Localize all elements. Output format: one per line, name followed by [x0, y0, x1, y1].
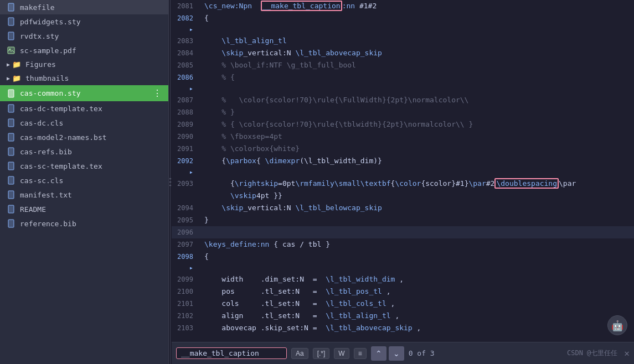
search-next-button[interactable]: ⌄ — [389, 346, 404, 361]
line-number: 2098 ▸ — [172, 251, 202, 273]
search-bar: Aa [.*] W ≡ ⌃ ⌄ 0 of 3 CSDN @七里任任 ✕ — [172, 342, 634, 364]
svg-rect-4 — [8, 32, 14, 40]
more-icon[interactable]: ⋮ — [153, 88, 162, 98]
line-content: \cs_new:Npn __make_tbl_caption:nn #1#2 — [202, 0, 634, 12]
line-number: 2099 — [172, 273, 202, 285]
sidebar-item-makefile[interactable]: makefile — [0, 0, 168, 14]
svg-rect-21 — [8, 176, 14, 184]
code-line-2086: 2086 ▸ % { — [172, 71, 634, 94]
image-icon — [7, 46, 16, 55]
sidebar-item-label: makefile — [20, 3, 162, 12]
line-content — [202, 226, 634, 238]
search-result-count: 0 of 3 — [409, 349, 436, 357]
line-content: width .dim_set:N = \l_tbl_width_dim , — [202, 273, 634, 285]
line-number: 2090 — [172, 131, 202, 142]
file-icon — [7, 219, 16, 228]
sidebar-item-thumbnails[interactable]: ▶ 📁 thumbnails — [0, 71, 168, 85]
svg-rect-9 — [8, 90, 14, 97]
line-number: 2091 — [172, 143, 202, 154]
file-icon — [7, 3, 16, 12]
svg-rect-0 — [8, 3, 14, 11]
search-highlight-caption: __make_tbl_caption — [261, 1, 342, 11]
sidebar-item-rvdtx[interactable]: rvdtx.sty — [0, 29, 168, 43]
sidebar-item-cas-model2-names[interactable]: cas-model2-names.bst — [0, 130, 168, 144]
line-number: 2088 — [172, 106, 202, 118]
svg-rect-11 — [8, 105, 14, 112]
search-regex-button[interactable]: [.*] — [313, 348, 330, 359]
search-input-wrapper — [176, 347, 287, 359]
folder-icon: 📁 — [12, 60, 21, 69]
line-content: % \fboxsep=4pt — [202, 131, 634, 143]
code-line-2083: 2083 \l_tbl_align_tl — [172, 35, 634, 47]
main-container: makefile pdfwidgets.sty rvdtx.sty sc-sam… — [0, 0, 634, 364]
line-number: 2085 — [172, 59, 202, 71]
sidebar-item-cas-sc[interactable]: cas-sc.cls — [0, 173, 168, 188]
line-content: \l_tbl_align_tl — [202, 35, 634, 47]
sidebar-item-label: rvdtx.sty — [20, 32, 162, 40]
code-line-2089: 2089 % { \color{scolor!70}\rule{\tblwidt… — [172, 118, 634, 131]
file-icon — [7, 162, 16, 170]
line-content: \keys_define:nn { cas / tbl } — [202, 238, 634, 251]
file-icon — [7, 147, 16, 156]
sidebar-item-cas-refs[interactable]: cas-refs.bib — [0, 144, 168, 159]
svg-rect-27 — [8, 220, 14, 227]
search-nav: ⌃ ⌄ — [371, 346, 404, 361]
code-line-2095: 2095 } — [172, 214, 634, 226]
sidebar-item-label: sc-sample.pdf — [20, 46, 162, 55]
search-case-sensitive-button[interactable]: Aa — [291, 348, 308, 359]
line-number: 2086 ▸ — [172, 71, 202, 94]
sidebar-item-label: cas-sc.cls — [20, 176, 162, 185]
code-line-2096: 2096 — [172, 226, 634, 238]
file-icon — [7, 89, 16, 98]
sidebar-item-label: cas-common.sty — [20, 89, 153, 97]
line-content: % \color{scolor!70}\rule{\FullWidth}{2pt… — [202, 94, 634, 106]
code-line-2091: 2091 % \colorbox{white} — [172, 143, 634, 155]
line-content: pos .tl_set:N = \l_tbl_pos_tl , — [202, 285, 634, 298]
code-line-2100: 2100 pos .tl_set:N = \l_tbl_pos_tl , — [172, 285, 634, 298]
file-icon — [7, 17, 16, 26]
code-line-2082: 2082 ▸ { — [172, 12, 634, 35]
file-icon — [7, 104, 16, 113]
sidebar-item-cas-common[interactable]: cas-common.sty ⋮ — [0, 85, 168, 101]
robot-button[interactable]: 🤖 — [607, 315, 627, 335]
sidebar-item-label: README — [20, 205, 162, 214]
file-icon — [7, 32, 16, 40]
line-content: % { \color{scolor!70}\rule{\tblwidth}{2p… — [202, 118, 634, 131]
sidebar-item-figures[interactable]: ▶ 📁 Figures — [0, 58, 168, 71]
chevron-right-icon: ▶ — [7, 61, 10, 67]
line-number: 2103 — [172, 322, 202, 334]
sidebar-item-pdfwidgets[interactable]: pdfwidgets.sty — [0, 14, 168, 29]
code-line-2081: 2081 \cs_new:Npn __make_tbl_caption:nn #… — [172, 0, 634, 12]
line-content: {\parbox{ \dimexpr(\l_tbl_width_dim)} — [202, 155, 634, 167]
search-list-button[interactable]: ≡ — [354, 348, 367, 359]
code-line-2094: 2094 \skip_vertical:N \l_tbl_belowcap_sk… — [172, 202, 634, 214]
search-whole-word-button[interactable]: W — [334, 348, 349, 359]
sidebar-item-label: thumbnails — [25, 74, 69, 82]
code-content[interactable]: 2081 \cs_new:Npn __make_tbl_caption:nn #… — [172, 0, 634, 342]
sidebar-item-cas-dc[interactable]: cas-dc.cls — [0, 116, 168, 130]
svg-rect-13 — [8, 119, 14, 127]
code-line-2098: 2098 ▸ { — [172, 251, 634, 273]
svg-rect-17 — [8, 148, 14, 155]
editor-area: 2081 \cs_new:Npn __make_tbl_caption:nn #… — [172, 0, 634, 342]
line-number: 2101 — [172, 298, 202, 309]
svg-rect-23 — [8, 191, 14, 199]
line-number: 2102 — [172, 310, 202, 321]
search-prev-button[interactable]: ⌃ — [371, 346, 386, 361]
sidebar-item-label: cas-dc.cls — [20, 119, 162, 127]
sidebar-item-cas-dc-template[interactable]: cas-dc-template.tex — [0, 101, 168, 116]
sidebar-item-readme[interactable]: README — [0, 202, 168, 216]
line-content: { — [202, 12, 634, 24]
sidebar-item-cas-sc-template[interactable]: cas-sc-template.tex — [0, 159, 168, 173]
sidebar-item-manifest[interactable]: manifest.txt — [0, 188, 168, 202]
code-line-2101: 2101 cols .tl_set:N = \l_tbl_cols_tl , — [172, 298, 634, 310]
line-number — [172, 190, 202, 201]
sidebar-item-label: manifest.txt — [20, 191, 162, 199]
sidebar-item-label: pdfwidgets.sty — [20, 18, 162, 26]
line-number: 2092 ▸ — [172, 155, 202, 178]
line-number: 2083 — [172, 35, 202, 46]
search-input[interactable] — [181, 349, 270, 357]
sidebar-item-reference[interactable]: reference.bib — [0, 216, 168, 231]
search-close-button[interactable]: ✕ — [624, 348, 630, 358]
sidebar-item-sc-sample[interactable]: sc-sample.pdf — [0, 43, 168, 58]
